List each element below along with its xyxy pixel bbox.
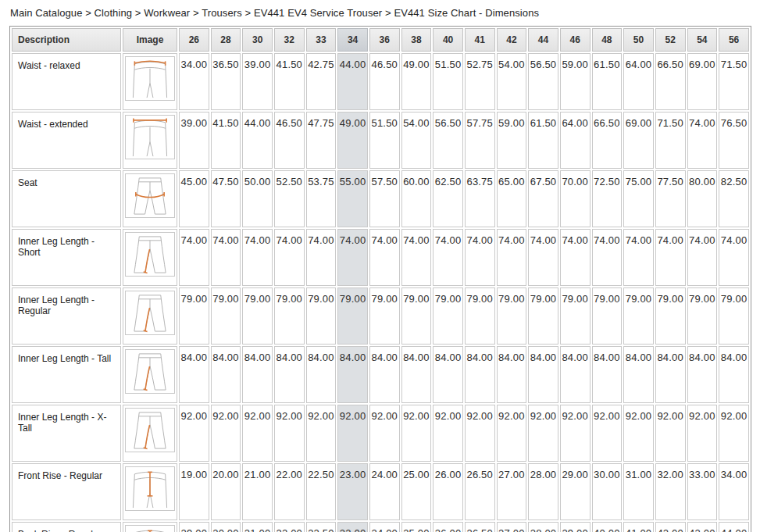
size-value-cell: 92.00 <box>687 405 718 462</box>
column-header-size-52: 52 <box>655 28 686 52</box>
table-row: Waist - relaxed34.0036.5039.0041.5042.75… <box>12 53 749 110</box>
size-value-cell: 24.00 <box>369 463 400 520</box>
size-value-cell: 54.00 <box>497 53 527 110</box>
size-value-cell: 84.00 <box>497 346 527 403</box>
row-description: Inner Leg Length - X-Tall <box>12 405 121 462</box>
size-value-cell: 64.00 <box>623 53 654 110</box>
size-value-cell: 92.00 <box>274 405 305 462</box>
size-value-cell: 84.00 <box>369 346 400 403</box>
size-value-cell: 34.00 <box>369 522 400 532</box>
breadcrumb-item[interactable]: Main Catalogue <box>10 7 82 19</box>
row-description: Back Rise - Regular <box>12 522 121 532</box>
size-value-cell: 71.50 <box>655 112 686 169</box>
size-value-cell: 82.50 <box>719 170 749 227</box>
size-value-cell: 23.00 <box>337 463 368 520</box>
size-value-cell: 79.00 <box>687 287 718 345</box>
size-value-cell: 56.50 <box>528 53 558 110</box>
size-value-cell: 79.00 <box>719 287 749 345</box>
column-header-size-42: 42 <box>497 28 527 52</box>
size-value-cell: 92.00 <box>306 405 337 462</box>
size-value-cell: 92.00 <box>592 405 623 462</box>
size-value-cell: 84.00 <box>719 346 749 403</box>
breadcrumb: Main Catalogue > Clothing > Workwear > T… <box>10 7 760 19</box>
row-image-cell <box>123 53 177 110</box>
size-value-cell: 31.00 <box>623 463 654 520</box>
size-value-cell: 74.00 <box>719 229 749 286</box>
size-value-cell: 74.00 <box>401 229 432 286</box>
size-value-cell: 84.00 <box>274 346 305 403</box>
size-value-cell: 56.50 <box>433 112 463 169</box>
trouser-image <box>125 115 175 159</box>
size-value-cell: 27.00 <box>497 463 527 520</box>
size-value-cell: 92.00 <box>655 405 686 462</box>
size-value-cell: 61.50 <box>528 112 558 169</box>
breadcrumb-separator: > <box>242 7 254 19</box>
table-row: Inner Leg Length - Tall84.0084.0084.0084… <box>12 346 749 403</box>
size-value-cell: 42.00 <box>655 522 686 532</box>
size-value-cell: 84.00 <box>433 346 463 403</box>
size-value-cell: 92.00 <box>560 405 591 462</box>
row-image-cell <box>123 463 177 520</box>
table-row: Seat45.0047.5050.0052.5053.7555.0057.506… <box>12 170 749 227</box>
size-value-cell: 92.00 <box>369 405 400 462</box>
row-image-cell <box>123 522 177 532</box>
size-value-cell: 41.50 <box>274 53 305 110</box>
breadcrumb-item[interactable]: Trousers <box>202 7 242 19</box>
size-value-cell: 79.00 <box>655 287 686 345</box>
column-header-size-41: 41 <box>465 28 495 52</box>
size-value-cell: 79.00 <box>592 287 623 345</box>
size-value-cell: 45.00 <box>179 170 209 227</box>
size-value-cell: 41.00 <box>623 522 654 532</box>
size-value-cell: 37.00 <box>497 522 527 532</box>
waist-relaxed-diagram <box>126 57 174 100</box>
size-value-cell: 44.00 <box>337 53 368 110</box>
seat-diagram <box>126 174 174 217</box>
breadcrumb-item[interactable]: Clothing <box>95 7 133 19</box>
size-value-cell: 76.50 <box>719 112 749 169</box>
row-description: Inner Leg Length - Tall <box>12 346 121 403</box>
size-value-cell: 60.00 <box>401 170 432 227</box>
size-value-cell: 36.50 <box>211 53 241 110</box>
size-chart-table: DescriptionImage262830323334363840414244… <box>10 27 751 532</box>
size-value-cell: 44.00 <box>719 522 749 532</box>
size-value-cell: 55.00 <box>337 170 368 227</box>
size-value-cell: 79.00 <box>560 287 591 345</box>
size-value-cell: 25.00 <box>401 463 432 520</box>
column-header-size-34: 34 <box>337 28 368 52</box>
size-value-cell: 75.00 <box>623 170 654 227</box>
size-value-cell: 74.00 <box>497 229 527 286</box>
size-value-cell: 79.00 <box>433 287 463 345</box>
size-value-cell: 80.00 <box>687 170 718 227</box>
size-value-cell: 84.00 <box>401 346 432 403</box>
breadcrumb-item[interactable]: EV441 Size Chart - Dimensions <box>394 7 539 19</box>
trouser-image <box>125 408 175 452</box>
size-value-cell: 92.00 <box>465 405 495 462</box>
size-value-cell: 47.50 <box>211 170 241 227</box>
table-row: Back Rise - Regular29.0030.0031.0032.003… <box>12 522 749 532</box>
size-value-cell: 47.75 <box>306 112 337 169</box>
size-value-cell: 79.00 <box>306 287 337 345</box>
column-header-size-28: 28 <box>211 28 241 52</box>
size-value-cell: 52.50 <box>274 170 305 227</box>
breadcrumb-item[interactable]: EV441 EV4 Service Trouser <box>254 7 382 19</box>
waist-extended-diagram <box>126 116 174 159</box>
size-value-cell: 30.00 <box>211 522 241 532</box>
table-row: Inner Leg Length - Regular79.0079.0079.0… <box>12 287 749 345</box>
column-header-size-26: 26 <box>179 28 209 52</box>
size-value-cell: 57.50 <box>369 170 400 227</box>
size-value-cell: 79.00 <box>369 287 400 345</box>
size-value-cell: 43.00 <box>687 522 718 532</box>
size-value-cell: 84.00 <box>655 346 686 403</box>
column-header-size-46: 46 <box>560 28 591 52</box>
breadcrumb-item[interactable]: Workwear <box>144 7 190 19</box>
trouser-image <box>125 291 175 335</box>
size-value-cell: 74.00 <box>211 229 241 286</box>
size-chart-table-frame: DescriptionImage262830323334363840414244… <box>9 26 751 532</box>
size-value-cell: 30.00 <box>592 463 623 520</box>
column-header-size-38: 38 <box>401 28 432 52</box>
inner-leg-diagram <box>126 291 174 334</box>
size-value-cell: 92.00 <box>401 405 432 462</box>
trouser-image <box>125 56 175 101</box>
size-value-cell: 66.50 <box>592 112 623 169</box>
size-value-cell: 34.00 <box>719 463 749 520</box>
